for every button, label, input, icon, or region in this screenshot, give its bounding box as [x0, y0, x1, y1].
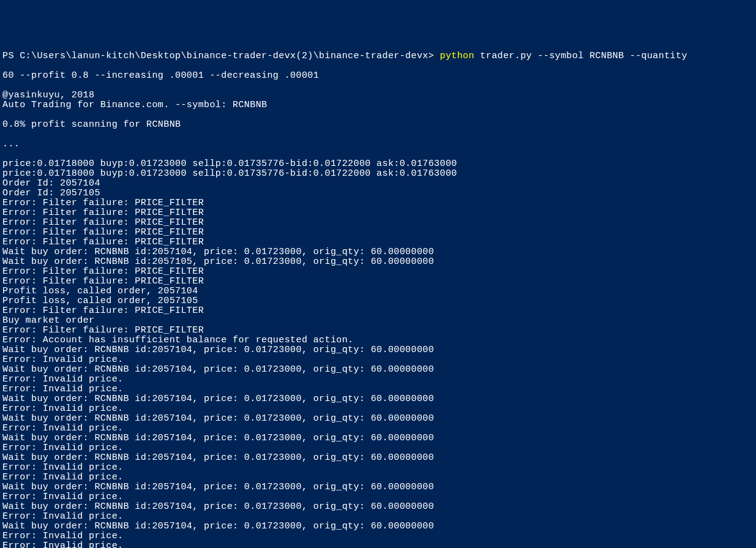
command-args-2: 60 --profit 0.8 --increasing .00001 --de… [2, 71, 754, 81]
output-line: Order Id: 2057104 [2, 179, 754, 189]
output-line [2, 110, 754, 120]
output-line: Wait buy order: RCNBNB id:2057104, price… [2, 502, 754, 512]
output-line [2, 149, 754, 159]
output-line: @yasinkuyu, 2018 [2, 91, 754, 100]
output-line: Error: Filter failure: PRICE_FILTER [2, 218, 754, 228]
output-line: Wait buy order: RCNBNB id:2057105, price… [2, 257, 754, 267]
output-line: Error: Invalid price. [2, 385, 754, 394]
output-line: Wait buy order: RCNBNB id:2057104, price… [2, 247, 754, 257]
output-line: Wait buy order: RCNBNB id:2057104, price… [2, 434, 754, 443]
output-line: Error: Invalid price. [2, 404, 754, 414]
output-line: Error: Filter failure: PRICE_FILTER [2, 267, 754, 277]
output-line [2, 130, 754, 140]
output-line: Buy market order [2, 316, 754, 326]
output-line: Error: Filter failure: PRICE_FILTER [2, 198, 754, 208]
output-line: Error: Invalid price. [2, 531, 754, 541]
output-line: Error: Invalid price. [2, 424, 754, 434]
output-line: Wait buy order: RCNBNB id:2057104, price… [2, 414, 754, 424]
output-line: Error: Invalid price. [2, 355, 754, 365]
command-line-1: PS C:\Users\lanun-kitch\Desktop\binance-… [2, 51, 754, 61]
output-line: Wait buy order: RCNBNB id:2057104, price… [2, 365, 754, 375]
output-line: Wait buy order: RCNBNB id:2057104, price… [2, 345, 754, 355]
output-line: Error: Filter failure: PRICE_FILTER [2, 238, 754, 247]
output-line: Error: Filter failure: PRICE_FILTER [2, 326, 754, 336]
output-line: Wait buy order: RCNBNB id:2057104, price… [2, 453, 754, 463]
output-line: Profit loss, called order, 2057105 [2, 296, 754, 306]
output-line: ... [2, 140, 754, 149]
command-args-1: trader.py --symbol RCNBNB --quantity [480, 51, 687, 61]
output-line: Error: Filter failure: PRICE_FILTER [2, 228, 754, 238]
output-line: Error: Filter failure: PRICE_FILTER [2, 208, 754, 218]
output-line: Wait buy order: RCNBNB id:2057104, price… [2, 482, 754, 492]
output-line: Profit loss, called order, 2057104 [2, 287, 754, 296]
output-line: Error: Invalid price. [2, 492, 754, 502]
terminal-window[interactable]: PS C:\Users\lanun-kitch\Desktop\binance-… [2, 42, 754, 548]
output-line: Auto Trading for Binance.com. --symbol: … [2, 100, 754, 110]
output-line: Error: Invalid price. [2, 443, 754, 453]
output-line: price:0.01718000 buyp:0.01723000 sellp:0… [2, 169, 754, 179]
output-line: Error: Invalid price. [2, 473, 754, 482]
output-line: Wait buy order: RCNBNB id:2057104, price… [2, 522, 754, 531]
output-line: Error: Invalid price. [2, 375, 754, 385]
output-line: Error: Filter failure: PRICE_FILTER [2, 306, 754, 316]
output-line: Error: Invalid price. [2, 463, 754, 473]
output-line: price:0.01718000 buyp:0.01723000 sellp:0… [2, 159, 754, 169]
output-line: Error: Invalid price. [2, 541, 754, 548]
output-line: Error: Filter failure: PRICE_FILTER [2, 277, 754, 287]
python-command: python [440, 51, 481, 61]
output-line: Error: Invalid price. [2, 512, 754, 522]
terminal-output: @yasinkuyu, 2018Auto Trading for Binance… [2, 91, 754, 548]
output-line: 0.8% profit scanning for RCNBNB [2, 120, 754, 130]
output-line: Error: Account has insufficient balance … [2, 336, 754, 345]
powershell-prompt: PS C:\Users\lanun-kitch\Desktop\binance-… [2, 51, 440, 61]
output-line: Order Id: 2057105 [2, 189, 754, 198]
output-line: Wait buy order: RCNBNB id:2057104, price… [2, 394, 754, 404]
